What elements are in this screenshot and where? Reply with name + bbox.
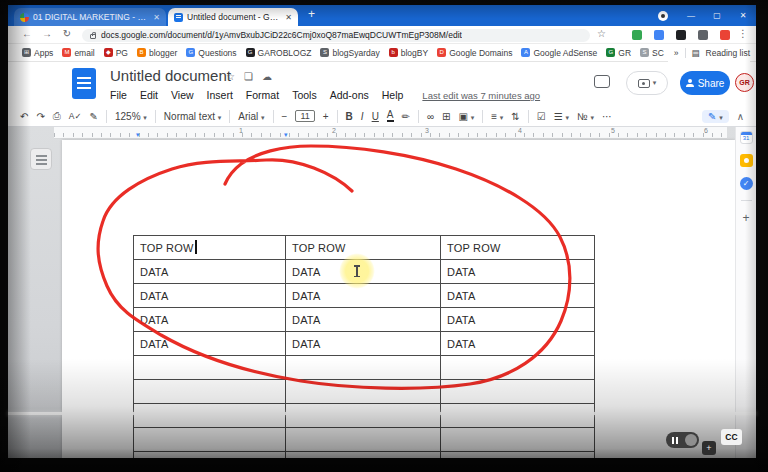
url-field[interactable]: docs.google.com/document/d/1yAmvBxubJCiD… [82,29,590,42]
menu-item[interactable]: Format [246,89,279,101]
table-cell[interactable] [441,452,595,459]
menu-item[interactable]: File [110,89,127,101]
checklist-icon[interactable]: ☑ [537,111,546,122]
table-cell[interactable] [441,356,595,380]
font-size-decrease[interactable]: − [282,111,288,122]
redo-icon[interactable]: ↷ [36,111,44,122]
table-cell[interactable]: DATA [134,260,286,284]
insert-image-icon[interactable]: ▣ ▾ [458,111,474,122]
table-cell[interactable] [134,380,286,404]
bookmark-item[interactable]: G GR [606,48,631,58]
share-button[interactable]: Share [680,71,730,95]
table-cell[interactable]: DATA [134,332,286,356]
extension-icon[interactable] [676,30,686,40]
font-select[interactable]: Arial ▾ [238,111,264,122]
document-title[interactable]: Untitled document [110,67,231,84]
table-cell[interactable]: DATA [134,308,286,332]
bold-button[interactable]: B [346,111,353,122]
numbered-list-icon[interactable]: № ▾ [577,111,594,122]
right-indent-marker[interactable]: ▾ [284,131,288,139]
bullet-list-icon[interactable]: ☰ ▾ [554,111,569,122]
tab-close-icon[interactable]: ✕ [153,13,160,22]
editing-mode-button[interactable]: ✎ ▾ [702,110,729,123]
pause-toggle-button[interactable] [666,432,699,448]
calendar-icon[interactable]: 31 [740,131,753,144]
bookmark-item[interactable]: S SC [640,48,664,58]
table-cell[interactable]: DATA [441,260,595,284]
extension-icon[interactable] [698,30,708,40]
record-indicator-icon[interactable] [656,9,670,22]
bookmark-item[interactable]: ◆ PG [104,48,128,58]
table-cell[interactable]: DATA [441,332,595,356]
cloud-status-icon[interactable]: ☁ [262,71,272,82]
table-cell[interactable]: TOP ROW [134,236,286,260]
table-cell[interactable] [134,356,286,380]
print-icon[interactable]: ⎙ [53,110,61,122]
bookmarks-overflow-icon[interactable]: » [674,48,679,58]
add-comment-icon[interactable]: ⊞ [442,111,450,122]
table-cell[interactable] [134,452,286,459]
spellcheck-icon[interactable]: A✓ [69,111,82,121]
font-size-increase[interactable]: + [323,111,329,122]
extension-icon[interactable] [654,30,664,40]
video-progress-bar[interactable] [8,412,756,415]
collapse-toolbar-icon[interactable]: ∧ [737,111,744,122]
browser-menu-icon[interactable]: ⋮ [738,28,748,39]
table-cell[interactable] [286,356,441,380]
highlight-icon[interactable]: ✏ [402,111,410,122]
minimize-button[interactable]: — [684,9,698,22]
table-cell[interactable]: DATA [286,308,441,332]
align-icon[interactable]: ≡ ▾ [491,111,503,122]
document-page[interactable]: TOP ROW TOP ROW TOP ROW DATA DATA DATA [62,140,735,458]
menu-item[interactable]: Tools [292,89,317,101]
style-select[interactable]: Normal text ▾ [164,111,221,122]
account-avatar[interactable]: GR [735,73,754,92]
bookmark-star-icon[interactable]: ☆ [597,28,606,39]
table-cell[interactable]: DATA [286,260,441,284]
table-cell[interactable] [441,404,595,428]
maximize-button[interactable]: ▢ [710,9,724,22]
last-edit-link[interactable]: Last edit was 7 minutes ago [422,89,540,101]
captions-button[interactable]: CC [721,429,742,445]
menu-item[interactable]: Edit [140,89,158,101]
add-addon-icon[interactable]: + [742,211,749,225]
menu-item[interactable]: View [171,89,194,101]
table-cell[interactable]: TOP ROW [286,236,441,260]
table-cell[interactable] [286,380,441,404]
bookmark-item[interactable]: A Google AdSense [521,48,597,58]
bookmark-item[interactable]: G GAROBLOGZ [246,48,312,58]
table-cell[interactable] [441,380,595,404]
more-options-icon[interactable]: ⋯ [602,111,612,122]
table-cell[interactable] [134,404,286,428]
reload-icon[interactable]: ↻ [60,28,74,39]
tasks-icon[interactable]: ✓ [740,177,753,190]
paint-format-icon[interactable]: ✎ [90,111,98,122]
left-indent-marker[interactable]: ▾ [136,131,140,139]
queue-add-button[interactable]: + [702,441,716,455]
show-outline-button[interactable] [30,148,52,170]
new-tab-button[interactable]: + [308,7,315,21]
underline-button[interactable]: U [372,111,379,122]
table-cell[interactable]: DATA [286,284,441,308]
join-call-button[interactable]: ▾ [626,71,668,95]
bookmark-item[interactable]: D Google Domains [437,48,512,58]
bookmark-item[interactable]: M email [62,48,94,58]
back-icon[interactable]: ← [20,28,34,39]
table-cell[interactable] [286,404,441,428]
close-button[interactable]: ✕ [736,9,750,22]
star-doc-icon[interactable]: ☆ [226,71,235,82]
table-cell[interactable]: DATA [441,284,595,308]
italic-button[interactable]: I [361,111,364,122]
table-cell[interactable]: DATA [441,308,595,332]
extension-icon[interactable] [720,30,730,40]
tab-close-icon[interactable]: ✕ [285,13,292,22]
table-cell[interactable]: TOP ROW [441,236,595,260]
table-cell[interactable] [286,428,441,452]
bookmark-item[interactable]: B blogger [137,48,177,58]
tab-digital-marketing[interactable]: 01 DIGITAL MARKETING - Googl ✕ [14,8,166,26]
undo-icon[interactable]: ↶ [20,111,28,122]
menu-item[interactable]: Insert [207,89,233,101]
table-cell[interactable] [441,428,595,452]
table-cell[interactable]: DATA [286,332,441,356]
keep-icon[interactable] [740,154,753,167]
